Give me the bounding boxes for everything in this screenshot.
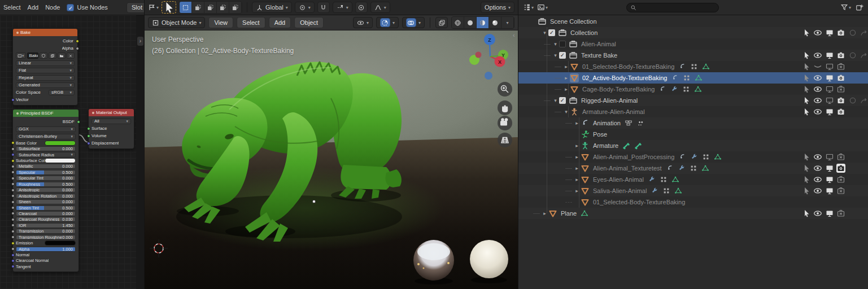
- camera-toggle[interactable]: [836, 96, 845, 105]
- node-socket[interactable]: [11, 147, 15, 151]
- outliner-row[interactable]: ▸Animation: [518, 117, 868, 129]
- image-browse-dropdown[interactable]: ▾: [16, 52, 26, 59]
- outliner-row[interactable]: ▸Saliva-Alien-Animal: [518, 185, 868, 196]
- outliner-row[interactable]: ▾Armature-Alien-Animal: [518, 106, 868, 117]
- image-name-field[interactable]: Bake: [27, 52, 38, 59]
- visibility-dropdown[interactable]: ▾: [353, 17, 373, 28]
- camera-x-toggle[interactable]: [836, 85, 845, 94]
- outliner-row[interactable]: ▸01_Selected-Body-TextureBaking: [518, 196, 868, 208]
- node-socket[interactable]: [11, 194, 15, 198]
- cursor-toggle[interactable]: [802, 175, 811, 184]
- chrome-preview-sphere[interactable]: [413, 240, 454, 281]
- value-slider[interactable]: Sheen0.000: [16, 199, 76, 204]
- shader-node-output[interactable]: Material OutputAll▾SurfaceVolumeDisplace…: [88, 108, 134, 149]
- menu-add-vp[interactable]: Add: [269, 17, 291, 28]
- panel-expand-chevron[interactable]: ›: [137, 37, 143, 46]
- active-tool-select-box[interactable]: [162, 1, 176, 14]
- collection-checkbox[interactable]: ✓: [559, 97, 566, 104]
- disclosure-triangle[interactable]: ▸: [562, 86, 570, 92]
- color-swatch[interactable]: [45, 240, 76, 246]
- disclosure-triangle[interactable]: ▸: [573, 154, 581, 160]
- select-mode-invert[interactable]: [217, 2, 229, 13]
- node-socket[interactable]: [11, 242, 15, 245]
- cursor-toggle[interactable]: [802, 107, 811, 116]
- node-socket[interactable]: [11, 206, 15, 209]
- node-socket[interactable]: [11, 265, 15, 268]
- cursor-toggle[interactable]: [802, 51, 811, 60]
- editor-type-dropdown[interactable]: ▾: [523, 3, 534, 11]
- eye-toggle[interactable]: [813, 96, 822, 105]
- eye-toggle[interactable]: [813, 85, 822, 94]
- disclosure-triangle[interactable]: ▸: [573, 165, 581, 171]
- cursor-toggle[interactable]: [802, 209, 811, 218]
- outliner-row[interactable]: ▾Alien-Animal: [518, 38, 868, 50]
- collection-checkbox[interactable]: ✓: [559, 52, 566, 59]
- monitor-off-toggle[interactable]: [825, 62, 834, 71]
- viewport-canvas[interactable]: Z Y X ‹ User Perspective (26) Collection: [145, 30, 518, 289]
- node-socket[interactable]: [77, 120, 80, 124]
- value-slider[interactable]: Sheen Tint0.500: [16, 205, 76, 211]
- camera-x-toggle[interactable]: [836, 209, 845, 218]
- node-socket[interactable]: [76, 40, 79, 43]
- outliner-row[interactable]: ▸Cage-Body-TextureBaking: [518, 84, 868, 95]
- gizmos-dropdown[interactable]: ▾: [376, 17, 399, 28]
- eye-toggle[interactable]: [813, 73, 822, 82]
- node-header[interactable]: Bake: [13, 29, 77, 36]
- color-swatch[interactable]: [45, 141, 76, 146]
- monitor-toggle[interactable]: [825, 209, 834, 218]
- shading-material-preview[interactable]: [477, 17, 489, 28]
- node-socket[interactable]: [11, 212, 15, 215]
- shading-solid[interactable]: [464, 17, 477, 28]
- cursor-toggle[interactable]: [802, 62, 811, 71]
- shader-node-principled[interactable]: Principled BSDFBSDFGGX▾Christensen-Burle…: [12, 109, 79, 272]
- cursor-toggle[interactable]: [802, 96, 811, 105]
- value-slider[interactable]: Transmission Roughness0.000: [16, 235, 76, 240]
- use-nodes-toggle[interactable]: ✓ Use Nodes: [67, 4, 107, 11]
- node-socket[interactable]: [11, 224, 15, 227]
- cursor-toggle[interactable]: [802, 73, 811, 82]
- node-socket[interactable]: [11, 177, 15, 180]
- eye-toggle[interactable]: [813, 152, 822, 161]
- color-swatch[interactable]: [45, 158, 76, 163]
- outliner-row[interactable]: ▸Plane: [518, 208, 868, 219]
- node-dropdown[interactable]: GGX▾: [16, 126, 76, 132]
- node-socket[interactable]: [11, 259, 15, 262]
- xray-toggle[interactable]: [435, 17, 448, 28]
- node-socket[interactable]: [11, 235, 15, 239]
- gizmo-x-neg[interactable]: [476, 52, 482, 58]
- select-mode-intersect[interactable]: [229, 2, 242, 13]
- node-dropdown[interactable]: Linear▾: [16, 60, 75, 66]
- camera-toggle[interactable]: [836, 51, 845, 60]
- node-socket[interactable]: [11, 141, 15, 144]
- slot-selector[interactable]: Slot: [127, 2, 144, 13]
- disclosure-triangle[interactable]: ▸: [562, 64, 570, 69]
- camera-toggle[interactable]: [836, 107, 845, 116]
- disclosure-triangle[interactable]: ▸: [573, 177, 581, 182]
- monitor-toggle[interactable]: [825, 164, 834, 173]
- disclosure-triangle[interactable]: ▾: [541, 30, 548, 36]
- camera-x-toggle[interactable]: [836, 152, 845, 161]
- value-slider[interactable]: IOR1.450: [16, 223, 76, 228]
- unlink-image-button[interactable]: [67, 52, 75, 59]
- zoom-button[interactable]: [498, 82, 512, 97]
- node-dropdown[interactable]: All▾: [91, 119, 131, 124]
- node-dropdown[interactable]: Flat▾: [16, 68, 75, 73]
- node-socket[interactable]: [11, 253, 15, 257]
- select-mode-subtract[interactable]: [204, 2, 217, 13]
- holdout-toggle[interactable]: [848, 28, 857, 37]
- outliner-row[interactable]: ▸Scene Collection: [518, 16, 868, 27]
- camera-hl-toggle[interactable]: [836, 164, 845, 173]
- camera-toggle[interactable]: [836, 28, 845, 37]
- monitor-off-toggle[interactable]: [825, 152, 834, 161]
- mode-dropdown[interactable]: Object Mode▾: [148, 17, 205, 28]
- node-socket[interactable]: [11, 165, 15, 168]
- colorspace-dropdown[interactable]: sRGB▾: [49, 90, 75, 95]
- shading-dropdown[interactable]: ▾: [501, 17, 514, 28]
- eye-toggle[interactable]: [813, 51, 822, 60]
- node-socket[interactable]: [11, 189, 15, 192]
- new-image-button[interactable]: [49, 52, 56, 59]
- node-socket[interactable]: [11, 230, 15, 233]
- value-slider[interactable]: Alpha1.000: [16, 247, 76, 252]
- node-dropdown[interactable]: Repeat▾: [16, 75, 75, 81]
- value-slider[interactable]: Metallic0.000: [16, 164, 76, 169]
